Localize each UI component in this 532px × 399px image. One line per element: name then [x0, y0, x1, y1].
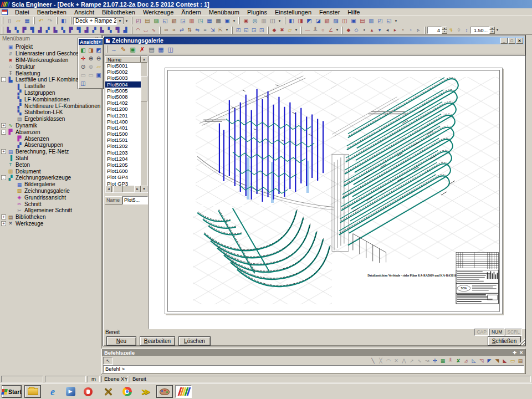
- pin-icon[interactable]: ✚: [513, 350, 517, 355]
- dim6-icon[interactable]: ◂: [383, 27, 391, 34]
- dim5-icon[interactable]: ▾: [376, 27, 383, 34]
- tree-expand-toggle[interactable]: [1, 44, 6, 49]
- zoom-window-icon[interactable]: ⊙: [79, 63, 87, 71]
- tree-expand-toggle[interactable]: -: [1, 77, 6, 82]
- tree-expand-toggle[interactable]: [10, 110, 15, 115]
- tree-expand-toggle[interactable]: [10, 188, 15, 193]
- window-tile3-icon[interactable]: ◲: [250, 27, 258, 34]
- toolbar-overflow-icon[interactable]: ▼: [495, 28, 500, 32]
- dim7-icon[interactable]: ▸: [391, 27, 399, 34]
- toolbar-grip[interactable]: [284, 17, 285, 24]
- array-icon[interactable]: ≡: [201, 27, 209, 34]
- node-icon[interactable]: ▜: [75, 27, 83, 34]
- layer-filter-icon[interactable]: ◊: [455, 27, 463, 34]
- dim9-icon[interactable]: ◦: [407, 27, 415, 34]
- toolbar-grip[interactable]: [106, 45, 108, 53]
- undo-icon[interactable]: ↶: [37, 17, 45, 25]
- menu-item[interactable]: Ändern: [177, 8, 204, 16]
- property-name-value[interactable]: Plot5...: [122, 196, 148, 204]
- dim2-icon[interactable]: ◇: [352, 27, 360, 34]
- snap-wave-icon[interactable]: ∿: [416, 357, 423, 365]
- move-icon[interactable]: ⇄: [178, 27, 186, 34]
- plot-list-item[interactable]: Plot1200: [105, 106, 141, 112]
- toolbar-grip[interactable]: [70, 17, 71, 24]
- command-panel-titlebar[interactable]: Befehlszeile ✚✕: [102, 349, 525, 356]
- chrome-icon[interactable]: [119, 385, 135, 398]
- plot-list-item[interactable]: Plot1402: [105, 100, 141, 106]
- tree-item[interactable]: ▚ Stahlbeton-LFK: [0, 109, 101, 116]
- dim1-icon[interactable]: ◆: [345, 27, 352, 34]
- view-xz-icon[interactable]: ◨: [87, 46, 95, 54]
- view-right-icon[interactable]: ◪: [314, 17, 323, 25]
- slab-icon[interactable]: ▜: [28, 27, 36, 34]
- scale-spinner[interactable]: ▲▼: [489, 27, 495, 34]
- angle-tool-icon[interactable]: ∠: [327, 27, 335, 34]
- hinge-icon[interactable]: ▞: [90, 27, 98, 34]
- minimize-button[interactable]: _: [500, 38, 508, 44]
- tree-item[interactable]: ▤ Ergebnisklassen: [0, 116, 101, 122]
- opening-icon[interactable]: ▛: [67, 27, 75, 34]
- status-unit[interactable]: m: [88, 376, 100, 382]
- tree-expand-toggle[interactable]: [10, 208, 15, 213]
- column-icon[interactable]: ▛: [21, 27, 28, 34]
- ref-scale-icon[interactable]: ↕: [463, 27, 470, 34]
- plot-list-item[interactable]: Plot1201: [105, 112, 141, 119]
- plate-icon[interactable]: ▞: [44, 27, 52, 34]
- plot-list-item[interactable]: Plot5001: [105, 63, 141, 69]
- tendon-icon[interactable]: ▜: [114, 27, 121, 34]
- open-icon[interactable]: ▱: [14, 17, 23, 25]
- view-left-icon[interactable]: ◩: [305, 17, 314, 25]
- tree-expand-toggle[interactable]: [1, 162, 6, 167]
- toolbar-grip[interactable]: [2, 27, 3, 34]
- plot-list-header[interactable]: Name: [105, 56, 141, 63]
- toolbar-grip[interactable]: [267, 27, 269, 34]
- mesh-icon[interactable]: ▟: [121, 27, 129, 34]
- steps-spinner[interactable]: ▲▼: [442, 27, 447, 34]
- view-persp-icon[interactable]: ▣: [349, 17, 358, 25]
- tree-item[interactable]: ▞ Lastgruppen: [0, 90, 101, 96]
- dim10-icon[interactable]: ▹: [415, 27, 422, 34]
- tree-expand-toggle[interactable]: [1, 64, 6, 69]
- scrollbar-thumb[interactable]: [113, 186, 123, 192]
- tree-item[interactable]: + ✕ Werkzeuge: [0, 221, 101, 227]
- snap-arrow-icon[interactable]: ↝: [423, 357, 431, 365]
- menu-item[interactable]: Hilfe: [344, 8, 364, 16]
- explorer-icon[interactable]: [24, 385, 41, 398]
- menu-item[interactable]: Werkzeuge: [139, 8, 177, 16]
- menu-item[interactable]: Datei: [11, 8, 33, 16]
- toolbar-grip[interactable]: [131, 17, 132, 24]
- ansicht-palette-titlebar[interactable]: Ansicht ▼: [79, 39, 103, 45]
- toolbar-grip[interactable]: [159, 27, 161, 34]
- color-icon[interactable]: ◉: [242, 17, 250, 25]
- window-tile4-icon[interactable]: ◳: [258, 27, 265, 34]
- snap-delete-icon[interactable]: ✕: [392, 357, 400, 365]
- plot-list-item[interactable]: Plot1202: [105, 143, 141, 149]
- tools-app-icon[interactable]: [100, 385, 116, 398]
- scroll-up-icon[interactable]: ▲: [141, 56, 147, 63]
- tree-item[interactable]: ▥ Dokument: [0, 168, 101, 175]
- perpendicular-icon[interactable]: ╨: [311, 27, 319, 34]
- line-tool-icon[interactable]: —: [304, 27, 311, 34]
- start-button[interactable]: Start: [2, 385, 22, 398]
- mirror-icon[interactable]: ⇋: [193, 27, 201, 34]
- scrollbar-thumb[interactable]: [141, 76, 147, 101]
- project-combo[interactable]: Deck + Rampe 21.07 ▼: [73, 17, 124, 25]
- snap-arc-icon[interactable]: ◠: [385, 357, 392, 365]
- link-icon[interactable]: ∞: [162, 27, 170, 34]
- horizontal-scrollbar[interactable]: ◄ ►: [105, 186, 141, 192]
- delete-button[interactable]: Löschen: [178, 336, 211, 346]
- scale-value[interactable]: 1.50...: [470, 27, 489, 34]
- hidden-lines-icon[interactable]: ▭: [79, 71, 87, 79]
- view-back-icon[interactable]: ◨: [296, 17, 305, 25]
- tree-expand-toggle[interactable]: [10, 142, 15, 147]
- paint-app-icon[interactable]: [156, 385, 173, 398]
- tree-expand-toggle[interactable]: [10, 202, 15, 207]
- prev-view-icon[interactable]: ▱: [95, 63, 103, 71]
- print-icon[interactable]: ▤: [147, 45, 156, 54]
- tree-item[interactable]: ▞ Absenzgruppen: [0, 142, 101, 149]
- cursor-mode-icon[interactable]: ↖: [103, 357, 113, 365]
- tree-item[interactable]: ▦ Bildergalerie: [0, 181, 101, 188]
- menu-item[interactable]: Plugins: [243, 8, 271, 16]
- iso-view-icon[interactable]: ◫: [79, 79, 87, 88]
- project-icon[interactable]: ◰: [134, 17, 143, 25]
